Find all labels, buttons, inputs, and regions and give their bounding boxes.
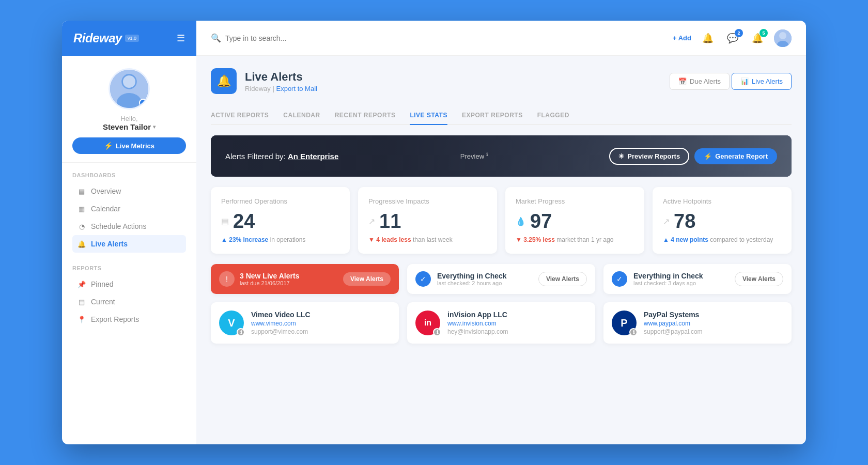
paypal-logo: P ℹ <box>612 311 637 335</box>
check-card-body-1: ✓ Everything in Check last checked: 2 ho… <box>407 264 595 294</box>
new-alerts-card: ! 3 New Live Alerts last due 21/06/2017 … <box>211 264 399 294</box>
stat-title-3: Active Hotpoints <box>663 197 781 205</box>
sidebar-item-overview[interactable]: ▤ Overview <box>72 182 186 200</box>
stat-value-wrap-0: ▤ 24 <box>221 211 339 231</box>
sidebar-item-live-alerts[interactable]: 🔔 Live Alerts <box>72 235 186 253</box>
check-card-1: ✓ Everything in Check last checked: 2 ho… <box>407 264 595 294</box>
stat-icon-2: 💧 <box>516 216 526 226</box>
topbar: 🔍 + Add 🔔 💬 2 🔔 5 <box>196 21 806 56</box>
nav-tabs: Active Reports Calendar Recent Reports L… <box>211 106 792 125</box>
vimeo-logo: V ℹ <box>219 311 244 335</box>
search-input[interactable] <box>225 34 664 42</box>
user-avatar[interactable] <box>774 29 792 47</box>
check-sub-2: last checked: 3 days ago <box>633 280 729 286</box>
down-arrow-icon: ▼ <box>368 236 375 243</box>
list-icon: ▤ <box>78 298 86 306</box>
notifications2-button[interactable]: 🔔 5 <box>749 30 766 47</box>
hamburger-icon[interactable]: ☰ <box>177 33 185 44</box>
live-metrics-button[interactable]: ⚡ Live Metrics <box>72 137 186 154</box>
alert-info: ! 3 New Live Alerts last due 21/06/2017 <box>219 271 299 287</box>
messages-button[interactable]: 💬 2 <box>724 30 741 47</box>
stats-row: Performed Operations ▤ 24 ▲ 23% Increase… <box>211 187 792 254</box>
page-icon: 🔔 <box>211 68 237 94</box>
sidebar-item-current[interactable]: ▤ Current <box>72 293 186 311</box>
tab-recent-reports[interactable]: Recent Reports <box>335 106 396 125</box>
bell-icon: 🔔 <box>78 240 86 248</box>
view-alerts-button-1[interactable]: View Alerts <box>538 272 587 286</box>
check-icon-2: ✓ <box>612 271 627 287</box>
info-icon-paypal: ℹ <box>629 328 638 336</box>
calendar-icon: ▦ <box>78 205 86 213</box>
invision-name: inVision App LLC <box>447 311 508 319</box>
tab-live-alerts[interactable]: 📊 Live Alerts <box>732 73 792 90</box>
vimeo-url[interactable]: www.vimeo.com <box>251 320 311 327</box>
sidebar-item-export-reports[interactable]: 📍 Export Reports <box>72 311 186 328</box>
tab-calendar[interactable]: Calendar <box>283 106 320 125</box>
stat-card-progressive-impacts: Progressive Impacts ↗ 11 ▼ 4 leads less … <box>358 187 497 254</box>
stat-value-2: 97 <box>530 211 552 231</box>
check-info-2: Everything in Check last checked: 3 days… <box>633 272 729 286</box>
invision-url[interactable]: www.invision.com <box>447 320 508 327</box>
stat-value-wrap-1: ↗ 11 <box>368 211 487 231</box>
search-wrap: 🔍 <box>211 33 664 43</box>
banner-filter: Alerts Filtered by: An Enterprise <box>225 152 338 161</box>
stat-value-1: 11 <box>379 211 401 231</box>
paypal-name: PayPal Systems <box>644 311 703 319</box>
calendar-sm-icon: 📅 <box>678 78 687 85</box>
content-area: 🔔 Live Alerts Rideway | Export to Mail 📅 <box>196 56 806 444</box>
bolt-icon: ⚡ <box>704 152 712 160</box>
notifications-button[interactable]: 🔔 <box>700 30 716 47</box>
asterisk-icon: ✳ <box>618 152 624 160</box>
sidebar-item-calendar[interactable]: ▦ Calendar <box>72 200 186 218</box>
sidebar-item-schedule-actions[interactable]: ◔ Schedule Actions <box>72 218 186 235</box>
up-arrow-icon-2: ▲ <box>663 236 669 243</box>
search-icon: 🔍 <box>211 33 221 43</box>
page-header: 🔔 Live Alerts Rideway | Export to Mail 📅 <box>211 68 792 94</box>
stat-value-wrap-3: ↗ 78 <box>663 211 781 231</box>
check-title-2: Everything in Check <box>633 272 729 280</box>
stat-title-2: Market Progress <box>516 197 634 205</box>
vimeo-details: Vimeo Video LLC www.vimeo.com support@vi… <box>251 311 311 335</box>
tab-live-stats[interactable]: Live Stats <box>410 106 447 125</box>
sidebar-header: Rideway v1.0 ☰ <box>62 21 196 56</box>
company-card-invision: in ℹ inVision App LLC www.invision.com h… <box>407 302 595 344</box>
view-alerts-button-2[interactable]: View Alerts <box>735 272 783 286</box>
tab-export-reports[interactable]: Export Reports <box>462 106 523 125</box>
stat-change-0: ▲ 23% Increase in operations <box>221 236 339 243</box>
view-alerts-button-0[interactable]: View Alerts <box>343 272 391 286</box>
info-icon: ℹ <box>486 152 488 157</box>
preview-reports-button[interactable]: ✳ Preview Reports <box>609 148 689 165</box>
check-icon-1: ✓ <box>415 271 431 287</box>
stat-value-3: 78 <box>674 211 695 231</box>
invision-details: inVision App LLC www.invision.com hey@in… <box>447 311 508 335</box>
paypal-url[interactable]: www.paypal.com <box>644 320 703 327</box>
export-mail-link[interactable]: Export to Mail <box>276 85 317 92</box>
sidebar: Rideway v1.0 ☰ Hello, <box>62 21 196 444</box>
stat-icon-1: ↗ <box>368 216 375 226</box>
stat-card-performed-operations: Performed Operations ▤ 24 ▲ 23% Increase… <box>211 187 350 254</box>
main-content: 🔍 + Add 🔔 💬 2 🔔 5 <box>196 21 806 444</box>
stat-icon-0: ▤ <box>221 216 229 226</box>
add-button[interactable]: + Add <box>673 34 691 42</box>
sidebar-profile: Hello, Steven Tailor ▾ ⚡ Live Metrics <box>62 56 196 163</box>
company-cards-row: V ℹ Vimeo Video LLC www.vimeo.com suppor… <box>211 302 792 344</box>
vimeo-email: support@vimeo.com <box>251 328 311 335</box>
paypal-email: support@paypal.com <box>644 328 703 335</box>
stat-value-0: 24 <box>233 211 255 231</box>
svg-point-3 <box>123 75 135 88</box>
stat-title-0: Performed Operations <box>221 197 339 205</box>
tab-flagged[interactable]: Flagged <box>537 106 569 125</box>
bell-icon: 🔔 <box>217 74 231 88</box>
banner-preview: Preview ℹ <box>460 152 488 160</box>
tab-active-reports[interactable]: Active Reports <box>211 106 269 125</box>
page-title-block: Live Alerts Rideway | Export to Mail <box>245 70 317 92</box>
user-name[interactable]: Steven Tailor ▾ <box>103 122 156 131</box>
up-arrow-icon: ▲ <box>221 236 227 243</box>
sidebar-item-pinned[interactable]: 📌 Pinned <box>72 275 186 293</box>
avatar <box>109 68 150 110</box>
generate-report-button[interactable]: ⚡ Generate Report <box>694 148 777 164</box>
tab-due-alerts[interactable]: 📅 Due Alerts <box>670 73 730 90</box>
filter-value-link[interactable]: An Enterprise <box>288 152 338 161</box>
alerts-banner: Alerts Filtered by: An Enterprise Previe… <box>211 135 792 177</box>
stat-value-wrap-2: 💧 97 <box>516 211 634 231</box>
